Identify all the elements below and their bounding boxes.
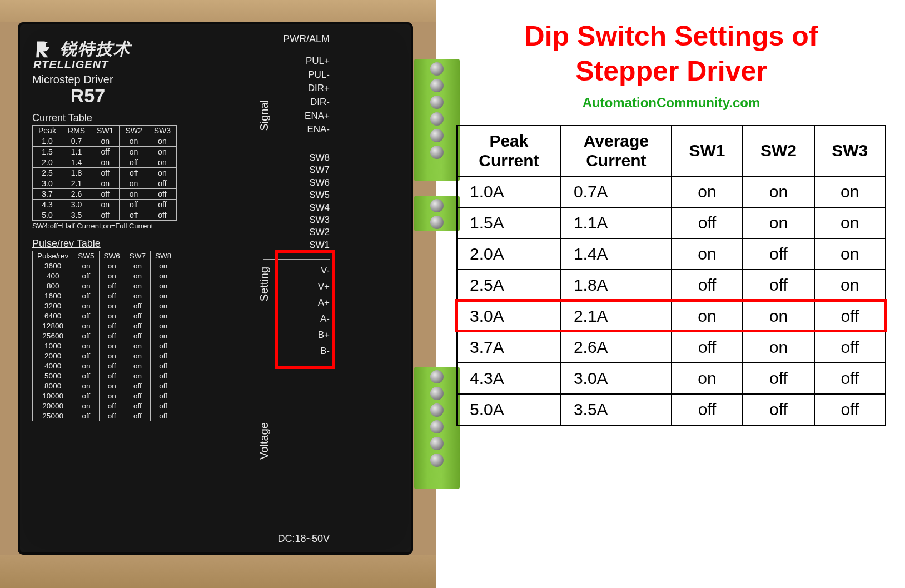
brand-logo-icon xyxy=(32,38,54,61)
terminal-screw-icon xyxy=(430,112,444,126)
voltage-group-label: Voltage xyxy=(258,422,271,460)
table-row: 12800onoffoffon xyxy=(33,321,176,331)
table-row: 1.51.1offonon xyxy=(33,147,177,157)
terminal-screw-icon xyxy=(430,146,444,159)
model-number: R57 xyxy=(32,85,143,107)
table-header: SW1 xyxy=(91,126,120,136)
dip-sw-label: SW1 xyxy=(263,239,330,251)
table-header: SW2 xyxy=(120,126,148,136)
table-header: SW7 xyxy=(125,251,150,261)
terminal-screw-icon xyxy=(430,129,444,142)
table-row: 2.01.4onoffon xyxy=(33,157,177,168)
table-header: SW6 xyxy=(99,251,125,261)
signal-pin-label: ENA+ xyxy=(263,109,330,123)
table-row: 400offononon xyxy=(33,271,176,281)
terminal-screw-icon xyxy=(430,437,444,450)
signal-pin-label: DIR- xyxy=(263,96,330,109)
photo-panel: 锐特技术 RTELLIGENT Microstep Driver R57 Cur… xyxy=(0,0,436,588)
wood-top xyxy=(0,0,436,22)
svg-point-0 xyxy=(46,43,50,47)
signal-terminal-block xyxy=(414,59,460,181)
table-row: 10000offonoffoff xyxy=(33,391,176,401)
dip-header: AverageCurrent xyxy=(561,126,672,176)
dip-sw-label: SW5 xyxy=(263,189,330,201)
dip-sw-label: SW6 xyxy=(263,177,330,189)
terminal-screw-icon xyxy=(430,370,444,383)
dip-header: SW3 xyxy=(814,126,886,176)
table-row: 1.00.7ononon xyxy=(33,136,177,147)
table-row: 3.02.1ononoff xyxy=(33,178,177,189)
title-line2: Stepper Driver xyxy=(575,56,767,87)
table-row: 5.03.5offoffoff xyxy=(33,210,177,221)
table-row: 800onoffonon xyxy=(33,281,176,291)
table-header: SW8 xyxy=(151,251,176,261)
table-row: 4000onoffonoff xyxy=(33,361,176,371)
dip-row: 2.5A1.8Aoffoffon xyxy=(457,270,886,301)
terminal-screw-icon xyxy=(430,62,444,76)
dip-row: 4.3A3.0Aonoffoff xyxy=(457,363,886,394)
dip-row: 2.0A1.4Aonoffon xyxy=(457,238,886,270)
table-row: 3200ononoffon xyxy=(33,301,176,311)
ena-terminal-block xyxy=(414,196,460,231)
table-row: 1600offoffonon xyxy=(33,291,176,301)
table-header: Peak xyxy=(33,126,62,136)
dip-row: 3.7A2.6Aoffonoff xyxy=(457,332,886,363)
current-table-title: Current Table xyxy=(32,112,403,124)
terminal-screw-icon xyxy=(430,199,444,212)
dip-header: SW2 xyxy=(743,126,814,176)
dip-sw-label: SW7 xyxy=(263,164,330,176)
terminal-screw-icon xyxy=(430,96,444,109)
table-row: 20000onoffoffoff xyxy=(33,401,176,411)
table-row: 3600onononon xyxy=(33,261,176,271)
table-header: SW3 xyxy=(148,126,176,136)
terminal-screw-icon xyxy=(430,454,444,467)
dip-sw-label: SW8 xyxy=(263,152,330,164)
table-row: 5000offoffonoff xyxy=(33,371,176,381)
dip-sw-label: SW4 xyxy=(263,202,330,214)
signal-pin-label: PUL- xyxy=(263,68,330,82)
table-row: 25600offoffoffon xyxy=(33,331,176,341)
dip-header: PeakCurrent xyxy=(457,126,561,176)
dip-row: 5.0A3.5Aoffoffoff xyxy=(457,394,886,425)
table-header: RMS xyxy=(62,126,91,136)
table-header: Pulse/rev xyxy=(33,251,73,261)
terminal-screw-icon xyxy=(430,403,444,417)
table-row: 2000offononoff xyxy=(33,351,176,361)
info-panel: Dip Switch Settings of Stepper Driver Au… xyxy=(436,0,905,588)
brand-cn: 锐特技术 xyxy=(60,38,131,61)
signal-pin-label: PUL+ xyxy=(263,54,330,68)
table-row: 6400offonoffon xyxy=(33,311,176,321)
table-row: 25000offoffoffoff xyxy=(33,411,176,421)
dip-row: 3.0A2.1Aononoff xyxy=(457,301,886,332)
dip-sw-label: SW2 xyxy=(263,226,330,238)
dip-header: SW1 xyxy=(672,126,743,176)
model-line: Microstep Driver xyxy=(32,73,403,86)
pwr-alm-label: PWR/ALM xyxy=(263,33,330,45)
terminal-screw-icon xyxy=(430,387,444,400)
setting-group-label: Setting xyxy=(258,267,271,301)
table-row: 1000onononoff xyxy=(33,341,176,351)
signal-pin-label: ENA- xyxy=(263,123,330,137)
dip-row: 1.0A0.7Aononon xyxy=(457,176,886,207)
terminal-screw-icon xyxy=(430,216,444,229)
dip-sw-label: SW3 xyxy=(263,214,330,226)
signal-group-label: Signal xyxy=(258,100,271,131)
dip-switch-table: PeakCurrentAverageCurrentSW1SW2SW3 1.0A0… xyxy=(456,125,886,426)
signal-pin-label: DIR+ xyxy=(263,82,330,96)
pulse-table-title: Pulse/rev Table xyxy=(32,238,403,250)
table-row: 8000ononoffoff xyxy=(33,381,176,391)
brand-en: RTELLIGENT xyxy=(33,58,403,71)
table-row: 3.72.6offonoff xyxy=(33,189,177,200)
terminal-screw-icon xyxy=(430,420,444,433)
page-title: Dip Switch Settings of Stepper Driver xyxy=(456,19,886,88)
red-highlight-setting-dip xyxy=(275,250,335,369)
sw4-note: SW4:off=Half Current;on=Full Current xyxy=(32,222,403,230)
terminal-screw-icon xyxy=(430,79,444,92)
current-table: PeakRMSSW1SW2SW3 1.00.7ononon1.51.1offon… xyxy=(32,125,177,221)
power-terminal-block xyxy=(414,367,460,489)
table-row: 4.33.0onoffoff xyxy=(33,200,177,210)
dip-row: 1.5A1.1Aoffonon xyxy=(457,207,886,238)
pulse-table: Pulse/revSW5SW6SW7SW8 3600onononon400off… xyxy=(32,251,176,421)
source-credit: AutomationCommunity.com xyxy=(456,95,886,111)
table-header: SW5 xyxy=(73,251,99,261)
